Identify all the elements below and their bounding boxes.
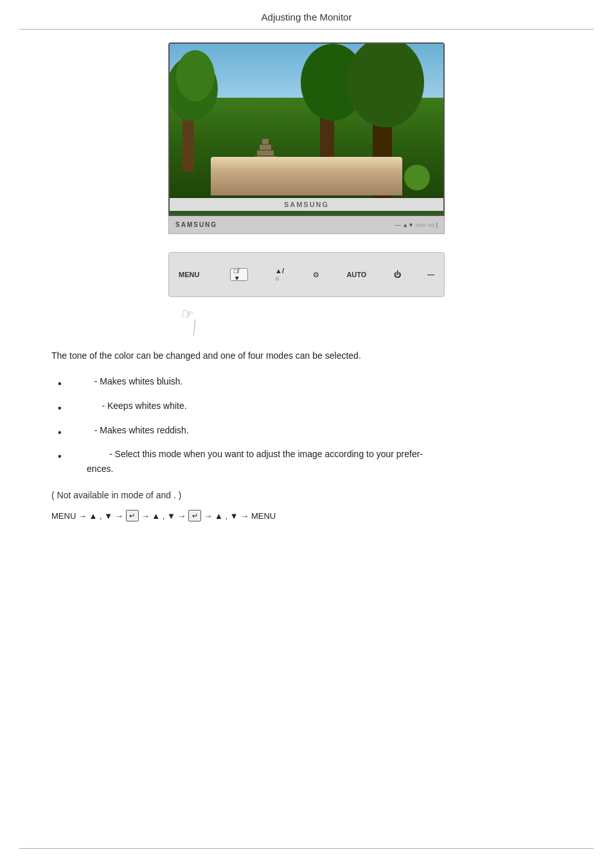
bullet-text-2: - Keeps whites white.	[75, 399, 187, 413]
note-line: ( Not available in mode of and . )	[51, 487, 562, 503]
ctrl-btn6: —	[427, 271, 434, 278]
ctrl-btn1: □/▼	[230, 268, 248, 281]
bullet-dot-4: •	[58, 448, 62, 465]
monitor-image-container: SAMSUNG SAMSUNG — ▲▼ ○○○ ○○ |	[51, 42, 562, 234]
bullet-item-2: • - Keeps whites white.	[58, 399, 562, 417]
page-header: Adjusting the Monitor	[19, 0, 594, 30]
ctrl-btn4: AUTO	[346, 271, 366, 278]
menu-seq-text-2: → ▲ , ▼ →	[141, 511, 186, 521]
menu-seq-text: MENU → ▲ , ▼ →	[51, 511, 123, 521]
bullet-dot-3: •	[58, 424, 62, 441]
controls-area: — ▲▼ ○○○ ○○ |	[395, 222, 438, 228]
content-area: SAMSUNG SAMSUNG — ▲▼ ○○○ ○○ | MENU □/▼	[0, 30, 613, 547]
enter-btn-2: ↵	[188, 510, 201, 521]
bullet-dot-1: •	[58, 375, 62, 392]
monitor-brand: SAMSUNG	[170, 198, 443, 211]
garden-scene	[170, 44, 443, 198]
menu-sequence: MENU → ▲ , ▼ → ↵ → ▲ , ▼ → ↵ → ▲ , ▼ → M…	[51, 510, 562, 521]
base-brand-label: SAMSUNG	[175, 221, 217, 228]
ctrl-menu: MENU	[179, 271, 199, 278]
control-dots: — ▲▼ ○○○ ○○ |	[395, 222, 438, 228]
monitor-screen: SAMSUNG	[168, 42, 445, 216]
menu-seq-text-3: → ▲ , ▼ → MENU	[204, 511, 276, 521]
tree-leaves-2	[176, 50, 215, 102]
enter-btn-1: ↵	[126, 510, 139, 521]
control-panel-wrapper: MENU □/▼ ▲/○ ⊙ AUTO	[168, 252, 445, 297]
bullet-text-3: - Makes whites reddish.	[75, 423, 189, 437]
page-title: Adjusting the Monitor	[262, 12, 352, 23]
control-panel: MENU □/▼ ▲/○ ⊙ AUTO	[168, 252, 445, 297]
pagoda	[252, 139, 279, 167]
ctrl-btn3: ⊙	[313, 271, 319, 279]
description-text: The tone of the color can be changed and…	[51, 348, 562, 363]
control-panel-container: MENU □/▼ ▲/○ ⊙ AUTO	[51, 252, 562, 297]
bullet-dot-2: •	[58, 400, 62, 417]
bottom-rule	[19, 848, 594, 849]
bullet-item-3: • - Makes whites reddish.	[58, 423, 562, 441]
ctrl-btn2: ▲/○	[275, 267, 284, 282]
shrub	[404, 165, 430, 190]
bullet-text-4: - Select this mode when you want to adju…	[75, 447, 423, 476]
bullet-list: • - Makes whites bluish. • - Keeps white…	[51, 374, 562, 476]
ctrl-btn5: ⏻	[394, 271, 401, 278]
spacer	[51, 316, 562, 348]
bullet-item-1: • - Makes whites bluish.	[58, 374, 562, 392]
bullet-text-1: - Makes whites bluish.	[75, 374, 183, 388]
flowers	[211, 170, 249, 183]
bullet-item-4: • - Select this mode when you want to ad…	[58, 447, 562, 476]
monitor-wrapper: SAMSUNG SAMSUNG — ▲▼ ○○○ ○○ |	[168, 42, 445, 234]
monitor-base-bar: SAMSUNG — ▲▼ ○○○ ○○ |	[168, 216, 445, 234]
